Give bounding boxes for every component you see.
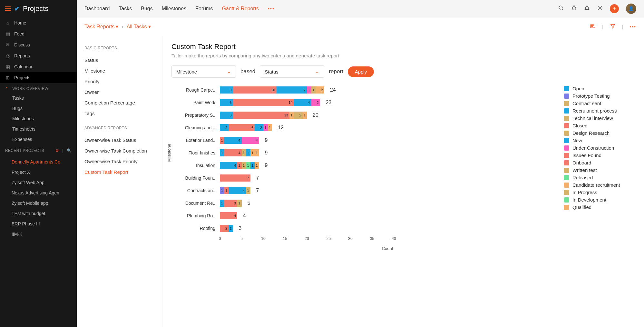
bar-segment[interactable]: 3 bbox=[224, 200, 238, 207]
legend-item[interactable]: Design Research bbox=[564, 129, 635, 137]
bar-segment[interactable]: 1 bbox=[220, 187, 224, 194]
legend-item[interactable]: Contract sent bbox=[564, 100, 635, 107]
recent-project[interactable]: Donnelly Apartments Co bbox=[0, 157, 77, 167]
bar-segment[interactable]: 2 bbox=[294, 112, 303, 119]
bar-segment[interactable]: 1 bbox=[220, 149, 224, 156]
work-item-bugs[interactable]: Bugs bbox=[0, 103, 77, 114]
apply-button[interactable]: Apply bbox=[348, 66, 374, 77]
recent-project[interactable]: Project X bbox=[0, 167, 77, 177]
bar-segment[interactable]: 1 bbox=[268, 124, 272, 131]
recent-project[interactable]: IIM-K bbox=[0, 229, 77, 239]
legend-item[interactable]: Recruitment process bbox=[564, 107, 635, 114]
basic-report-link[interactable]: Tags bbox=[84, 108, 154, 119]
advanced-report-link[interactable]: Owner-wise Task Status bbox=[84, 135, 154, 145]
bar-segment[interactable]: 4 bbox=[242, 137, 259, 144]
bar-segment[interactable]: 7 bbox=[220, 174, 250, 182]
bar-segment[interactable]: 1 bbox=[250, 162, 255, 169]
legend-item[interactable]: Closed bbox=[564, 122, 635, 129]
bar-segment[interactable]: 1 bbox=[263, 124, 268, 131]
timer-icon[interactable] bbox=[571, 5, 577, 12]
filter-icon[interactable] bbox=[610, 23, 616, 30]
advanced-report-link[interactable]: Owner-wise Task Completion bbox=[84, 145, 154, 156]
bar-segment[interactable]: 1 bbox=[229, 225, 233, 232]
bar-segment[interactable]: 1 bbox=[224, 187, 229, 194]
filter-icon[interactable]: ⚙ bbox=[55, 148, 59, 153]
advanced-report-link[interactable]: Owner-wise Task Priority bbox=[84, 156, 154, 167]
select-criterion-1[interactable]: Milestone ⌄ bbox=[171, 65, 236, 78]
legend-item[interactable]: Candidate recruitment bbox=[564, 181, 635, 189]
legend-item[interactable]: Written test bbox=[564, 166, 635, 174]
nav-reports[interactable]: ◔Reports bbox=[0, 50, 77, 61]
bar-segment[interactable]: 1 bbox=[307, 86, 311, 94]
bar-segment[interactable]: 1 bbox=[311, 86, 316, 94]
legend-item[interactable]: Onboard bbox=[564, 159, 635, 166]
work-item-expenses[interactable]: Expenses bbox=[0, 134, 77, 144]
tab-gantt-reports[interactable]: Gantt & Reports bbox=[222, 1, 259, 17]
recent-project[interactable]: TEst with budget bbox=[0, 208, 77, 219]
bar-segment[interactable]: 7 bbox=[277, 86, 307, 94]
legend-item[interactable]: Qualified bbox=[564, 203, 635, 211]
legend-item[interactable]: In Development bbox=[564, 196, 635, 203]
bar-segment[interactable]: 4 bbox=[220, 212, 237, 219]
bar-segment[interactable]: 1 bbox=[246, 149, 250, 156]
tab-tasks[interactable]: Tasks bbox=[119, 1, 132, 17]
tab-forums[interactable]: Forums bbox=[195, 1, 213, 17]
avatar[interactable]: 👤 bbox=[626, 4, 636, 14]
basic-report-link[interactable]: Milestone bbox=[84, 65, 154, 76]
bar-segment[interactable]: 4 bbox=[220, 162, 237, 169]
bar-segment[interactable]: 1 bbox=[237, 200, 242, 207]
nav-feed[interactable]: ▤Feed bbox=[0, 28, 77, 39]
work-item-tasks[interactable]: Tasks bbox=[0, 93, 77, 103]
basic-report-link[interactable]: Owner bbox=[84, 87, 154, 97]
basic-report-link[interactable]: Status bbox=[84, 55, 154, 65]
bar-segment[interactable]: 13 bbox=[233, 112, 290, 119]
bar-segment[interactable]: 2 bbox=[220, 124, 229, 131]
tab-dashboard[interactable]: Dashboard bbox=[84, 1, 110, 17]
work-item-timesheets[interactable]: Timesheets bbox=[0, 124, 77, 134]
bar-segment[interactable]: 2 bbox=[220, 225, 229, 232]
bar-segment[interactable]: 4 bbox=[224, 137, 242, 144]
bar-segment[interactable]: 1 bbox=[237, 162, 242, 169]
chart-view-icon[interactable] bbox=[590, 23, 596, 30]
legend-item[interactable]: Technical interview bbox=[564, 114, 635, 122]
more-tabs-icon[interactable]: ••• bbox=[268, 6, 275, 11]
legend-item[interactable]: Released bbox=[564, 174, 635, 181]
legend-item[interactable]: Under Construction bbox=[564, 144, 635, 152]
bar-segment[interactable]: 1 bbox=[255, 149, 259, 156]
recent-project[interactable]: ERP Phase III bbox=[0, 219, 77, 229]
bar-segment[interactable]: 1 bbox=[242, 162, 246, 169]
legend-item[interactable]: In Progress bbox=[564, 189, 635, 196]
bar-segment[interactable]: 3 bbox=[220, 86, 233, 94]
nav-discuss[interactable]: ✉Discuss bbox=[0, 39, 77, 50]
bar-segment[interactable]: 3 bbox=[220, 99, 233, 106]
bar-segment[interactable]: 1 bbox=[250, 149, 255, 156]
nav-home[interactable]: ⌂Home bbox=[0, 17, 77, 28]
bar-segment[interactable]: 2 bbox=[311, 99, 320, 106]
search-icon[interactable]: 🔍 bbox=[67, 148, 72, 153]
add-button[interactable]: + bbox=[610, 4, 619, 13]
breadcrumb-level2[interactable]: All Tasks ▾ bbox=[127, 24, 151, 30]
breadcrumb-level1[interactable]: Task Reports ▾ bbox=[84, 24, 118, 30]
bar-segment[interactable]: 4 bbox=[294, 99, 311, 106]
legend-item[interactable]: Open bbox=[564, 85, 635, 92]
bar-segment[interactable]: 2 bbox=[255, 124, 263, 131]
nav-projects[interactable]: ⊞Projects bbox=[0, 72, 77, 83]
advanced-report-link[interactable]: Custom Task Report bbox=[84, 167, 154, 177]
work-item-milestones[interactable]: Milestones bbox=[0, 114, 77, 124]
hamburger-icon[interactable] bbox=[5, 6, 11, 11]
bar-segment[interactable]: 14 bbox=[233, 99, 294, 106]
tab-bugs[interactable]: Bugs bbox=[141, 1, 152, 17]
work-overview-header[interactable]: ⌃ WORK OVERVIEW bbox=[0, 83, 77, 93]
bar-segment[interactable]: 1 bbox=[246, 162, 250, 169]
search-icon[interactable] bbox=[558, 5, 564, 12]
bar-segment[interactable]: 1 bbox=[220, 200, 224, 207]
bar-segment[interactable]: 1 bbox=[289, 112, 294, 119]
bar-segment[interactable]: 10 bbox=[233, 86, 277, 94]
select-criterion-2[interactable]: Status ⌄ bbox=[260, 65, 324, 78]
basic-report-link[interactable]: Priority bbox=[84, 76, 154, 87]
bar-segment[interactable]: 1 bbox=[303, 112, 307, 119]
recent-project[interactable]: Zylsoft Web App bbox=[0, 177, 77, 188]
bar-segment[interactable]: 6 bbox=[229, 124, 255, 131]
tab-milestones[interactable]: Milestones bbox=[162, 1, 186, 17]
basic-report-link[interactable]: Completion Percentage bbox=[84, 97, 154, 108]
